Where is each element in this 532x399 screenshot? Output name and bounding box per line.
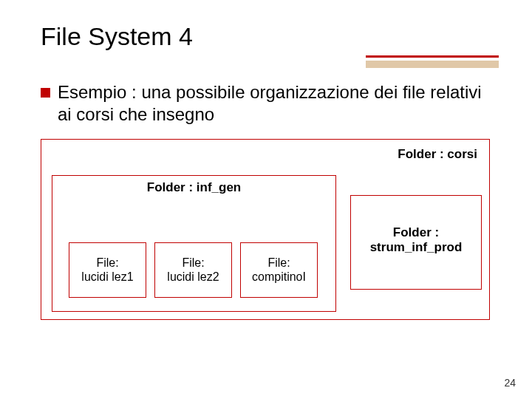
underline-thin (366, 55, 499, 58)
bullet-icon (41, 88, 50, 98)
folder-strum-label-line2: strum_inf_prod (370, 240, 463, 254)
file2-label-line1: File: (182, 256, 204, 269)
folder-infgen-label: Folder : inf_gen (52, 180, 335, 195)
folder-corsi-label: Folder : corsi (398, 147, 477, 162)
file3-label-line1: File: (267, 256, 290, 269)
folder-corsi-box: Folder : corsi Folder : inf_gen File: lu… (41, 139, 490, 320)
file1-label-line2: lucidi lez1 (81, 270, 133, 283)
slide: File System 4 Esempio : una possibile or… (0, 0, 532, 399)
file3-label-line2: compitinoI (252, 270, 306, 283)
file1-label-line1: File: (96, 256, 118, 269)
file-box-1: File: lucidi lez1 (69, 242, 146, 298)
bullet-text: Esempio : una possibile organizzazione d… (58, 81, 491, 126)
title-underline (41, 55, 499, 68)
slide-title: File System 4 (41, 22, 491, 51)
file2-label-line2: lucidi lez2 (167, 270, 219, 283)
bullet-row: Esempio : una possibile organizzazione d… (41, 81, 491, 126)
page-number: 24 (504, 377, 516, 389)
file-box-2: File: lucidi lez2 (154, 242, 232, 298)
folder-strum-label-line1: Folder : (393, 225, 439, 239)
folder-diagram: Folder : corsi Folder : inf_gen File: lu… (41, 139, 491, 322)
file-box-3: File: compitinoI (240, 242, 318, 298)
underline-thick (366, 61, 499, 68)
folder-strum-box: Folder : strum_inf_prod (350, 195, 482, 290)
folder-infgen-box: Folder : inf_gen File: lucidi lez1 File:… (52, 175, 336, 312)
